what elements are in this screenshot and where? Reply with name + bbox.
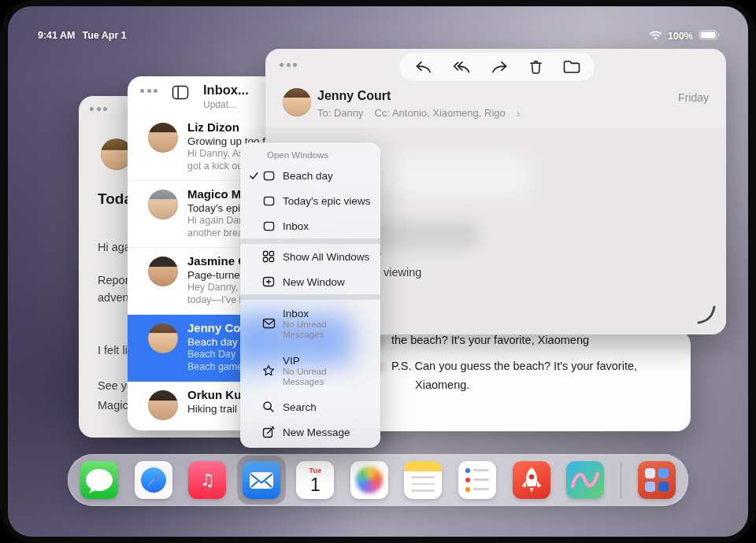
cc-line: Cc: Antonio, Xiaomeng, Rigo xyxy=(375,107,506,119)
compose-icon xyxy=(262,426,283,438)
status-time: 9:41 AM xyxy=(38,30,75,41)
body-text: Xiaomeng. xyxy=(415,379,469,391)
resize-handle-icon[interactable] xyxy=(696,305,717,328)
grid-icon xyxy=(262,250,283,263)
window-icon xyxy=(262,170,283,182)
unread-status: No Unread xyxy=(283,367,327,377)
reply-all-icon[interactable] xyxy=(452,60,471,75)
unread-status: Messages xyxy=(283,377,327,387)
open-windows-menu: Open Windows Beach day Today's epic view… xyxy=(240,142,380,448)
mail-app-pressed-highlight xyxy=(243,461,280,499)
forward-icon[interactable] xyxy=(491,60,509,75)
avatar xyxy=(283,88,311,116)
checkmark-icon xyxy=(246,171,262,181)
menu-item-search[interactable]: Search xyxy=(240,394,380,419)
body-text: the beach? It's your favorite, Xiaomeng xyxy=(391,334,589,346)
envelope-icon xyxy=(262,318,283,329)
reply-icon[interactable] xyxy=(414,60,432,75)
search-icon xyxy=(262,401,283,413)
menu-item-inbox-mailbox[interactable]: Inbox No Unread Messages xyxy=(240,300,380,347)
menu-item-todays-epic-views[interactable]: Today's epic views xyxy=(240,188,380,213)
body-fragment: viewing xyxy=(384,266,421,279)
menu-item-new-message[interactable]: New Message xyxy=(240,419,380,448)
messages-app-icon[interactable] xyxy=(80,461,118,499)
photos-flower-icon xyxy=(356,467,383,493)
notes-app-icon[interactable] xyxy=(404,461,442,499)
avatar xyxy=(148,190,178,220)
message-date: Friday xyxy=(678,91,709,104)
menu-item-inbox-window[interactable]: Inbox xyxy=(240,213,380,238)
mail-app-icon[interactable] xyxy=(243,461,280,499)
calendar-day: 1 xyxy=(296,475,334,495)
photos-app-icon[interactable] xyxy=(350,461,388,499)
dock: ♫ Tue 1 xyxy=(68,454,688,506)
window-icon xyxy=(262,220,283,232)
star-icon xyxy=(262,364,283,377)
sender-name: Jenny Court xyxy=(317,89,391,103)
menu-item-vip-mailbox[interactable]: VIP No Unread Messages xyxy=(240,347,380,394)
drawing-app-icon[interactable] xyxy=(566,461,604,499)
avatar xyxy=(148,123,178,153)
unread-status: Messages xyxy=(283,330,327,340)
battery-icon xyxy=(699,30,720,42)
safari-app-icon[interactable] xyxy=(135,461,172,499)
screen: 9:41 AM Tue Apr 1 100% Today Hi agai Rep… xyxy=(8,6,748,537)
window-controls-icon[interactable] xyxy=(90,107,107,111)
music-note-icon: ♫ xyxy=(200,471,215,489)
avatar xyxy=(148,257,178,286)
calendar-weekday: Tue xyxy=(296,466,334,475)
folder-icon[interactable] xyxy=(563,60,580,74)
menu-item-show-all-windows[interactable]: Show All Windows xyxy=(240,244,380,269)
to-line: To: Danny xyxy=(317,107,364,119)
calendar-app-icon[interactable]: Tue 1 xyxy=(296,461,334,499)
window-controls-icon[interactable] xyxy=(280,63,297,67)
rocket-app-icon[interactable] xyxy=(513,461,550,499)
ipad-frame: 9:41 AM Tue Apr 1 100% Today Hi agai Rep… xyxy=(0,0,756,543)
message-toolbar xyxy=(399,53,595,81)
avatar xyxy=(148,323,178,353)
menu-separator xyxy=(240,238,380,244)
sidebar-toggle-icon[interactable] xyxy=(172,85,189,103)
body-text: P.S. Can you guess the beach? It's your … xyxy=(391,360,637,372)
trash-icon[interactable] xyxy=(528,59,543,75)
app-library-icon[interactable] xyxy=(638,461,676,499)
mailbox-subtitle: Updat... xyxy=(203,99,236,110)
unread-status: No Unread xyxy=(283,320,327,330)
status-bar-left: 9:41 AM Tue Apr 1 xyxy=(38,30,127,41)
avatar xyxy=(148,390,178,420)
status-date: Tue Apr 1 xyxy=(82,30,126,41)
status-bar-right: 100% xyxy=(649,30,720,42)
window-controls-icon[interactable] xyxy=(140,89,158,93)
menu-item-beach-day[interactable]: Beach day xyxy=(240,163,380,188)
plus-window-icon xyxy=(262,275,283,288)
dock-divider xyxy=(621,462,622,498)
chevron-right-icon[interactable]: › xyxy=(517,106,521,120)
mailbox-title: Inbox... xyxy=(203,83,249,98)
menu-separator xyxy=(240,294,380,300)
reminders-app-icon[interactable] xyxy=(458,461,496,499)
window-icon xyxy=(262,195,283,207)
recipients-line[interactable]: To: Danny Cc: Antonio, Xiaomeng, Rigo › xyxy=(317,106,521,120)
menu-header: Open Windows xyxy=(240,142,380,163)
notes-yellow-band xyxy=(404,461,442,471)
wifi-icon xyxy=(649,30,662,42)
music-app-icon[interactable]: ♫ xyxy=(188,461,226,499)
menu-item-new-window[interactable]: New Window xyxy=(240,269,380,294)
battery-percent: 100% xyxy=(668,31,693,42)
